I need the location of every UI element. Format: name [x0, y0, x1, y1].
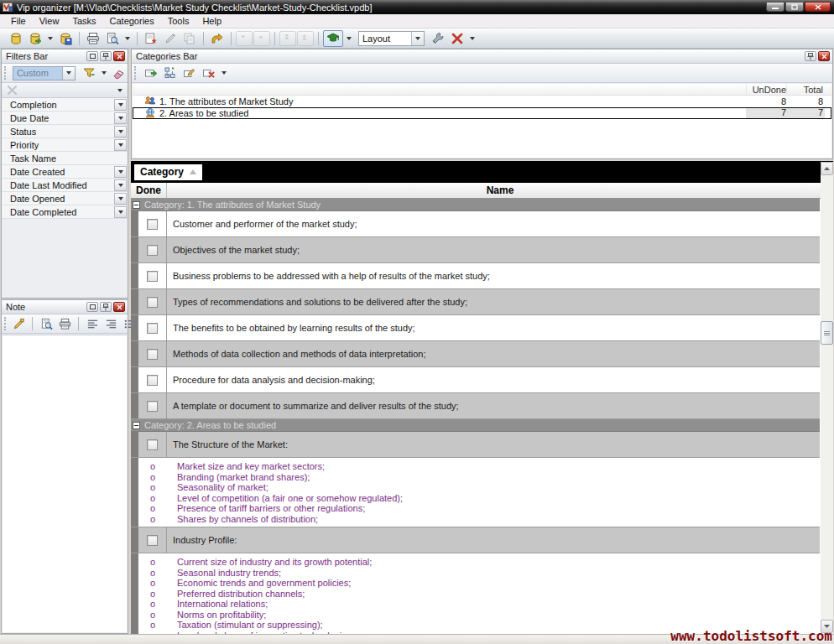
filter-row-date-opened[interactable]: Date Opened [2, 192, 128, 205]
task-row[interactable]: The benefits to be obtained by learning … [131, 315, 820, 341]
new-category-button[interactable] [143, 65, 159, 80]
menu-tasks[interactable]: Tasks [65, 15, 102, 28]
filter-row-completion[interactable]: Completion [2, 98, 128, 112]
task-row[interactable]: Methods of data collection and methods o… [131, 341, 820, 367]
filter-dropdown-icon[interactable] [114, 99, 127, 111]
filter-row-date-last-modified[interactable]: Date Last Modified [2, 179, 128, 192]
new-task-button[interactable] [142, 30, 160, 47]
close-panel-icon[interactable] [113, 302, 125, 312]
toolbar-options-icon[interactable] [222, 71, 227, 75]
edit-note-button[interactable] [10, 316, 27, 331]
align-left-button[interactable] [84, 316, 101, 331]
menu-file[interactable]: File [4, 15, 33, 28]
align-right-button[interactable] [102, 316, 119, 331]
maximize-panel-icon[interactable] [86, 302, 98, 312]
column-name[interactable]: Name [167, 183, 833, 198]
edit-task-button[interactable] [161, 30, 180, 47]
vertical-scrollbar[interactable] [821, 162, 833, 633]
edit-category-button[interactable] [181, 65, 198, 80]
filter-dropdown-icon[interactable] [114, 112, 127, 124]
group-by-chip[interactable]: Category [134, 164, 202, 180]
chevron-down-icon[interactable] [62, 67, 75, 80]
done-checkbox[interactable] [147, 401, 158, 412]
filter-dropdown-icon[interactable] [114, 206, 127, 218]
menu-categories[interactable]: Categories [103, 15, 161, 28]
chevron-down-icon[interactable] [102, 71, 107, 75]
pin-icon[interactable] [100, 302, 112, 312]
task-row[interactable]: Business problems to be addressed with a… [131, 263, 820, 289]
scroll-up-icon[interactable] [821, 162, 833, 175]
done-checkbox[interactable] [147, 375, 158, 386]
close-panel-icon[interactable] [818, 51, 830, 61]
collapse-icon[interactable] [133, 201, 140, 209]
filter-dropdown-icon[interactable] [114, 139, 127, 151]
delete-layout-button[interactable] [448, 30, 467, 47]
toolbar-options-icon[interactable] [117, 89, 122, 92]
duplicate-task-button[interactable] [180, 30, 199, 47]
collapse-icon[interactable] [133, 422, 140, 429]
minimize-button[interactable] [766, 2, 784, 12]
save-database-button[interactable] [56, 30, 75, 47]
column-undone[interactable]: UnDone [746, 85, 786, 95]
maximize-panel-icon[interactable] [86, 51, 98, 61]
close-button[interactable] [805, 2, 831, 12]
task-row[interactable]: The Structure of the Market: [131, 432, 820, 458]
column-done[interactable]: Done [131, 183, 167, 198]
toolbar-grip[interactable] [134, 66, 138, 80]
close-panel-icon[interactable] [113, 51, 125, 61]
layout-select[interactable]: Layout [358, 31, 425, 46]
filter-row-task-name[interactable]: Task Name [2, 152, 128, 165]
open-database-button[interactable] [26, 30, 44, 47]
new-subcategory-button[interactable] [162, 65, 179, 80]
filter-button[interactable] [81, 65, 97, 80]
task-row[interactable]: Types of recommendations and solutions t… [131, 289, 820, 315]
filter-row-status[interactable]: Status [2, 125, 128, 138]
layout-view-button[interactable] [323, 30, 343, 47]
move-top-button[interactable] [297, 31, 314, 46]
new-database-button[interactable] [7, 30, 25, 47]
pin-icon[interactable] [100, 51, 112, 61]
move-down-button[interactable] [236, 31, 253, 46]
toolbar-grip[interactable] [4, 317, 6, 330]
group-header-row[interactable]: Category: 1. The attributes of Market St… [131, 199, 820, 211]
category-row[interactable]: 2. Areas to be studied77 [133, 107, 831, 119]
chevron-down-icon[interactable] [411, 32, 424, 45]
task-row[interactable]: Procedure for data analysis and decision… [131, 367, 820, 393]
filter-row-date-completed[interactable]: Date Completed [2, 205, 128, 219]
chevron-down-icon[interactable] [125, 37, 130, 40]
print-button[interactable] [56, 316, 73, 331]
column-total[interactable]: Total [786, 85, 825, 95]
menu-view[interactable]: View [33, 15, 66, 28]
note-editor-area[interactable] [3, 335, 127, 632]
filter-dropdown-icon[interactable] [114, 179, 127, 191]
chevron-down-icon[interactable] [470, 37, 475, 40]
task-row[interactable]: Objectives of the market study; [131, 237, 820, 263]
task-row[interactable]: Industry Profile: [131, 527, 820, 553]
filter-row-priority[interactable]: Priority [2, 138, 128, 152]
category-row[interactable]: 1. The attributes of Market Study88 [133, 96, 831, 107]
done-checkbox[interactable] [147, 349, 158, 360]
filter-row-date-created[interactable]: Date Created [2, 165, 128, 179]
done-checkbox[interactable] [147, 439, 158, 450]
pin-icon[interactable] [805, 51, 816, 61]
chevron-down-icon[interactable] [48, 37, 53, 40]
goto-task-button[interactable] [208, 30, 227, 47]
done-checkbox[interactable] [147, 323, 158, 334]
print-preview-button[interactable] [38, 316, 55, 331]
filter-dropdown-icon[interactable] [114, 126, 127, 138]
filter-row-due-date[interactable]: Due Date [2, 112, 128, 125]
done-checkbox[interactable] [147, 219, 158, 230]
done-checkbox[interactable] [147, 535, 158, 546]
print-button[interactable] [84, 30, 102, 47]
restore-button[interactable] [785, 2, 804, 12]
done-checkbox[interactable] [147, 297, 158, 308]
menu-help[interactable]: Help [195, 15, 228, 28]
menu-tools[interactable]: Tools [161, 15, 196, 28]
delete-category-button[interactable] [201, 65, 217, 80]
move-bottom-button[interactable] [279, 31, 296, 46]
move-up-button[interactable] [253, 31, 270, 46]
toolbar-grip[interactable] [4, 66, 8, 80]
done-checkbox[interactable] [147, 245, 158, 256]
chevron-down-icon[interactable] [347, 37, 352, 40]
task-row[interactable]: A template or document to summarize and … [131, 393, 820, 419]
